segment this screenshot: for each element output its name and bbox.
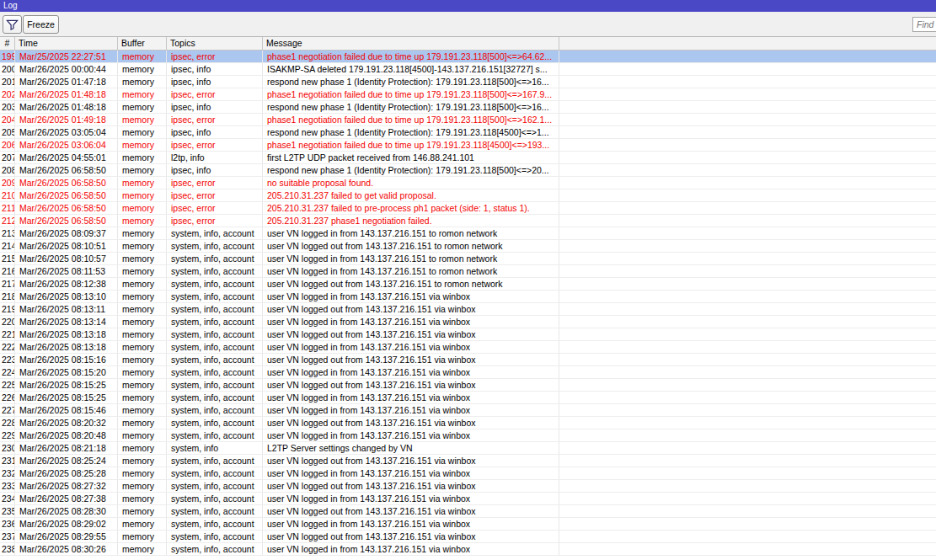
- cell-filler: [559, 126, 936, 138]
- table-row[interactable]: 218Mar/26/2025 08:13:10memorysystem, inf…: [0, 291, 936, 303]
- table-row[interactable]: 228Mar/26/2025 08:20:32memorysystem, inf…: [0, 417, 936, 429]
- table-row[interactable]: 233Mar/26/2025 08:27:32memorysystem, inf…: [0, 480, 936, 493]
- cell-topics: system, info, account: [167, 429, 263, 441]
- cell-number: 221: [0, 328, 15, 340]
- cell-message: phase1 negotiation failed due to time up…: [263, 88, 559, 100]
- cell-message: first L2TP UDP packet received from 146.…: [263, 152, 559, 163]
- cell-message: user VN logged in from 143.137.216.151 v…: [263, 404, 559, 416]
- table-row[interactable]: 217Mar/26/2025 08:12:38memorysystem, inf…: [0, 278, 936, 291]
- cell-message: user VN logged in from 143.137.216.151 t…: [263, 227, 559, 239]
- cell-filler: [559, 480, 936, 492]
- table-row[interactable]: 230Mar/26/2025 08:21:18memorysystem, inf…: [0, 442, 936, 455]
- cell-number: 201: [0, 76, 15, 88]
- cell-number: 220: [0, 316, 15, 328]
- table-row[interactable]: 225Mar/26/2025 08:15:25memorysystem, inf…: [0, 379, 936, 392]
- table-row[interactable]: 237Mar/26/2025 08:29:55memorysystem, inf…: [0, 531, 936, 543]
- table-row[interactable]: 238Mar/26/2025 08:30:26memorysystem, inf…: [0, 543, 936, 556]
- cell-time: Mar/26/2025 08:15:46: [15, 404, 118, 416]
- table-row[interactable]: 235Mar/26/2025 08:28:30memorysystem, inf…: [0, 505, 936, 518]
- cell-number: 233: [0, 480, 15, 492]
- table-row[interactable]: 216Mar/26/2025 08:11:53memorysystem, inf…: [0, 265, 936, 278]
- table-row[interactable]: 202Mar/26/2025 01:48:18memoryipsec, erro…: [0, 88, 936, 101]
- table-row[interactable]: 214Mar/26/2025 08:10:51memorysystem, inf…: [0, 240, 936, 253]
- table-row[interactable]: 209Mar/26/2025 06:58:50memoryipsec, erro…: [0, 177, 936, 189]
- cell-filler: [559, 455, 936, 467]
- table-row[interactable]: 221Mar/26/2025 08:13:18memorysystem, inf…: [0, 328, 936, 341]
- table-row[interactable]: 206Mar/26/2025 03:06:04memoryipsec, erro…: [0, 139, 936, 152]
- cell-buffer: memory: [118, 467, 167, 479]
- table-row[interactable]: 204Mar/26/2025 01:49:18memoryipsec, erro…: [0, 114, 936, 126]
- table-row[interactable]: 227Mar/26/2025 08:15:46memorysystem, inf…: [0, 404, 936, 417]
- column-header-number[interactable]: #: [0, 37, 15, 50]
- table-row[interactable]: 205Mar/26/2025 03:05:04memoryipsec, info…: [0, 126, 936, 139]
- column-header-message[interactable]: Message: [263, 37, 559, 50]
- cell-topics: ipsec, info: [167, 126, 263, 138]
- table-row[interactable]: 232Mar/26/2025 08:25:28memorysystem, inf…: [0, 467, 936, 480]
- cell-number: 214: [0, 240, 15, 252]
- table-row[interactable]: 213Mar/26/2025 08:09:37memorysystem, inf…: [0, 227, 936, 240]
- table-row[interactable]: 234Mar/26/2025 08:27:38memorysystem, inf…: [0, 493, 936, 505]
- cell-filler: [559, 341, 936, 353]
- cell-filler: [559, 467, 936, 479]
- cell-buffer: memory: [118, 493, 167, 504]
- table-row[interactable]: 215Mar/26/2025 08:10:57memorysystem, inf…: [0, 253, 936, 265]
- cell-time: Mar/26/2025 01:49:18: [15, 114, 118, 125]
- cell-time: Mar/26/2025 06:58:50: [15, 215, 118, 227]
- cell-buffer: memory: [118, 404, 167, 416]
- cell-topics: ipsec, error: [167, 189, 263, 201]
- table-row[interactable]: 211Mar/26/2025 06:58:50memoryipsec, erro…: [0, 202, 936, 215]
- table-row[interactable]: 208Mar/26/2025 06:58:50memoryipsec, info…: [0, 164, 936, 177]
- find-input[interactable]: [912, 17, 936, 32]
- table-row[interactable]: 203Mar/26/2025 01:48:18memoryipsec, info…: [0, 101, 936, 114]
- cell-number: 211: [0, 202, 15, 214]
- column-header-time[interactable]: Time: [15, 37, 118, 50]
- table-row[interactable]: 226Mar/26/2025 08:15:25memorysystem, inf…: [0, 392, 936, 404]
- cell-buffer: memory: [118, 316, 167, 328]
- table-row[interactable]: 210Mar/26/2025 06:58:50memoryipsec, erro…: [0, 189, 936, 202]
- window-title: Log: [3, 1, 18, 10]
- cell-buffer: memory: [118, 417, 167, 429]
- cell-message: user VN logged out from 143.137.216.151 …: [263, 240, 559, 252]
- column-header-topics[interactable]: Topics: [167, 37, 263, 50]
- cell-message: phase1 negotiation failed due to time up…: [263, 139, 559, 151]
- freeze-button[interactable]: Freeze: [23, 15, 59, 34]
- cell-filler: [559, 366, 936, 378]
- cell-topics: system, info, account: [167, 253, 263, 264]
- cell-number: 234: [0, 493, 15, 504]
- cell-message: user VN logged out from 143.137.216.151 …: [263, 379, 559, 391]
- cell-buffer: memory: [118, 303, 167, 315]
- table-row[interactable]: 222Mar/26/2025 08:13:18memorysystem, inf…: [0, 341, 936, 354]
- table-row[interactable]: 220Mar/26/2025 08:13:14memorysystem, inf…: [0, 316, 936, 328]
- cell-filler: [559, 202, 936, 214]
- table-row[interactable]: 223Mar/26/2025 08:15:16memorysystem, inf…: [0, 354, 936, 366]
- column-header-buffer[interactable]: Buffer: [118, 37, 167, 50]
- cell-message: user VN logged out from 143.137.216.151 …: [263, 328, 559, 340]
- cell-number: 217: [0, 278, 15, 290]
- table-row[interactable]: 199Mar/25/2025 22:27:51memoryipsec, erro…: [0, 51, 936, 63]
- cell-time: Mar/26/2025 06:58:50: [15, 164, 118, 176]
- table-row[interactable]: 212Mar/26/2025 06:58:50memoryipsec, erro…: [0, 215, 936, 227]
- cell-number: 208: [0, 164, 15, 176]
- cell-message: phase1 negotiation failed due to time up…: [263, 114, 559, 125]
- cell-message: user VN logged in from 143.137.216.151 v…: [263, 392, 559, 403]
- cell-time: Mar/26/2025 03:06:04: [15, 139, 118, 151]
- filter-button[interactable]: [3, 15, 22, 34]
- cell-buffer: memory: [118, 480, 167, 492]
- table-row[interactable]: 231Mar/26/2025 08:25:24memorysystem, inf…: [0, 455, 936, 467]
- cell-topics: system, info, account: [167, 265, 263, 277]
- cell-topics: ipsec, error: [167, 215, 263, 227]
- cell-filler: [559, 114, 936, 125]
- table-row[interactable]: 200Mar/26/2025 00:00:44memoryipsec, info…: [0, 63, 936, 76]
- table-row[interactable]: 229Mar/26/2025 08:20:48memorysystem, inf…: [0, 429, 936, 442]
- cell-time: Mar/26/2025 08:15:25: [15, 379, 118, 391]
- cell-message: user VN logged out from 143.137.216.151 …: [263, 480, 559, 492]
- table-row[interactable]: 201Mar/26/2025 01:47:18memoryipsec, info…: [0, 76, 936, 88]
- table-row[interactable]: 219Mar/26/2025 08:13:11memorysystem, inf…: [0, 303, 936, 316]
- table-row[interactable]: 224Mar/26/2025 08:15:20memorysystem, inf…: [0, 366, 936, 379]
- cell-number: 232: [0, 467, 15, 479]
- cell-buffer: memory: [118, 202, 167, 214]
- cell-time: Mar/26/2025 08:15:25: [15, 392, 118, 403]
- table-row[interactable]: 236Mar/26/2025 08:29:02memorysystem, inf…: [0, 518, 936, 531]
- table-row[interactable]: 207Mar/26/2025 04:55:01memoryl2tp, infof…: [0, 152, 936, 164]
- cell-buffer: memory: [118, 101, 167, 113]
